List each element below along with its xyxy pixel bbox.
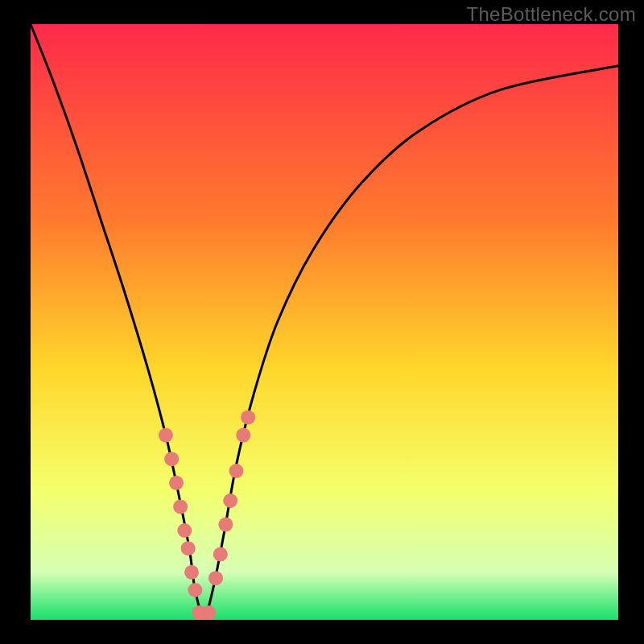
data-dot [181,541,196,555]
chart-stage: TheBottleneck.com [0,0,644,644]
data-dot [213,547,228,562]
data-dot [169,476,184,490]
data-dot [201,605,216,620]
data-dot [241,410,255,424]
data-dot [177,523,192,538]
data-dot [173,499,188,514]
data-dot [229,464,244,478]
data-dot [159,428,173,443]
data-dot [223,493,237,508]
gradient-background [31,24,618,620]
data-dot [164,452,179,466]
data-dot [188,583,202,597]
data-dot [208,571,223,585]
data-dot [184,565,199,580]
bottleneck-chart [0,0,644,644]
data-dot [236,428,250,443]
data-dot [218,518,233,532]
watermark-text: TheBottleneck.com [466,3,636,26]
